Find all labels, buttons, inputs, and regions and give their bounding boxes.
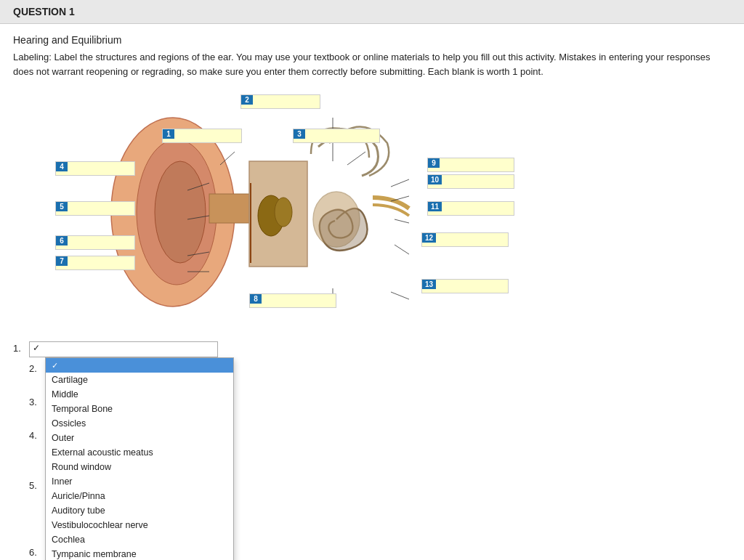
dropdown-item-auditory-tube[interactable]: Auditory tube bbox=[46, 503, 233, 518]
label-box-11: 11 bbox=[427, 201, 514, 216]
dropdown-item-round-window[interactable]: Round window bbox=[46, 460, 233, 474]
question-label: QUESTION 1 bbox=[13, 6, 75, 17]
label-box-10: 10 bbox=[427, 174, 514, 189]
answer-num-1: 1. bbox=[13, 341, 29, 354]
label-box-13: 13 bbox=[421, 279, 509, 293]
dropdown-item-ossicles[interactable]: Ossicles bbox=[46, 416, 233, 431]
label-num-11: 11 bbox=[428, 202, 442, 211]
label-num-3: 3 bbox=[294, 129, 305, 139]
dropdown-item-tympanic-membrane[interactable]: Tympanic membrane bbox=[46, 547, 233, 560]
dropdown-list-1[interactable]: Cartilage Middle Temporal Bone Ossicles … bbox=[45, 357, 234, 560]
label-num-8: 8 bbox=[250, 294, 262, 304]
answer-num-4b bbox=[29, 445, 45, 447]
dropdown-item-cochlea[interactable]: Cochlea bbox=[46, 532, 233, 547]
label-num-13: 13 bbox=[422, 280, 436, 289]
answer-num-2b bbox=[29, 378, 45, 380]
dropdown-item-outer[interactable]: Outer bbox=[46, 431, 233, 445]
answer-num-5c bbox=[29, 512, 45, 514]
label-num-2: 2 bbox=[241, 95, 253, 105]
dropdown-item-middle[interactable]: Middle bbox=[46, 387, 233, 402]
answer-num-5b bbox=[29, 495, 45, 497]
answer-row-1: 1. ✓ Cartilage Middle Temporal Bone Ossi… bbox=[13, 341, 731, 357]
page-container: QUESTION 1 Hearing and Equilibrium Label… bbox=[0, 0, 744, 560]
label-num-5: 5 bbox=[56, 202, 68, 211]
answer-num-5: 5. bbox=[29, 479, 45, 491]
label-box-5: 5 bbox=[55, 201, 135, 216]
answer-num-4c bbox=[29, 462, 45, 463]
label-num-10: 10 bbox=[428, 175, 442, 184]
dropdown-item-external-acoustic-meatus[interactable]: External acoustic meatus bbox=[46, 445, 233, 460]
svg-line-17 bbox=[391, 179, 409, 187]
svg-rect-3 bbox=[209, 194, 249, 223]
dropdown-item-temporal-bone[interactable]: Temporal Bone bbox=[46, 402, 233, 416]
diagram-area: 1 2 3 4 5 6 7 8 9 bbox=[35, 89, 543, 336]
dropdown-item-auricle-pinna[interactable]: Auricle/Pinna bbox=[46, 489, 233, 503]
question-header: QUESTION 1 bbox=[0, 0, 744, 24]
label-box-8: 8 bbox=[249, 293, 336, 308]
answer-num-3b bbox=[29, 412, 45, 413]
label-box-9: 9 bbox=[427, 158, 514, 172]
label-num-1: 1 bbox=[163, 129, 174, 139]
dropdown-item-vestibulocochlear-nerve[interactable]: Vestibulocochlear nerve bbox=[46, 518, 233, 532]
svg-line-19 bbox=[395, 219, 409, 223]
label-box-7: 7 bbox=[55, 256, 135, 270]
label-box-3: 3 bbox=[293, 129, 380, 143]
label-box-1: 1 bbox=[162, 129, 242, 143]
svg-line-20 bbox=[395, 245, 409, 254]
label-num-9: 9 bbox=[428, 158, 440, 168]
label-num-7: 7 bbox=[56, 256, 68, 266]
svg-line-21 bbox=[391, 292, 409, 299]
answer-num-4: 4. bbox=[29, 429, 45, 441]
label-num-6: 6 bbox=[56, 236, 68, 245]
dropdown-item-inner[interactable]: Inner bbox=[46, 474, 233, 489]
checkmark-icon: ✓ bbox=[33, 343, 40, 353]
label-box-12: 12 bbox=[421, 232, 509, 247]
question-instructions: Labeling: Label the structures and regio… bbox=[13, 50, 731, 78]
label-num-4: 4 bbox=[56, 162, 68, 171]
answers-area: 1. ✓ Cartilage Middle Temporal Bone Ossi… bbox=[0, 336, 744, 560]
answer-num-3: 3. bbox=[29, 395, 45, 407]
answer-num-2: 2. bbox=[29, 362, 45, 374]
dropdown-item-blank[interactable] bbox=[46, 358, 233, 373]
answer-num-6: 6. bbox=[29, 545, 45, 558]
svg-point-7 bbox=[275, 198, 292, 227]
answer-input-wrap-1: ✓ Cartilage Middle Temporal Bone Ossicle… bbox=[29, 341, 218, 357]
answer-select-1[interactable]: ✓ bbox=[29, 341, 218, 357]
label-box-4: 4 bbox=[55, 161, 135, 176]
question-body: Hearing and Equilibrium Labeling: Label … bbox=[0, 24, 744, 336]
svg-line-11 bbox=[347, 152, 365, 165]
label-box-2: 2 bbox=[240, 94, 320, 109]
question-title: Hearing and Equilibrium bbox=[13, 34, 731, 46]
label-num-12: 12 bbox=[422, 233, 436, 243]
label-box-6: 6 bbox=[55, 235, 135, 250]
svg-point-2 bbox=[155, 161, 206, 263]
dropdown-item-cartilage[interactable]: Cartilage bbox=[46, 373, 233, 387]
answer-num-5d bbox=[29, 529, 45, 530]
